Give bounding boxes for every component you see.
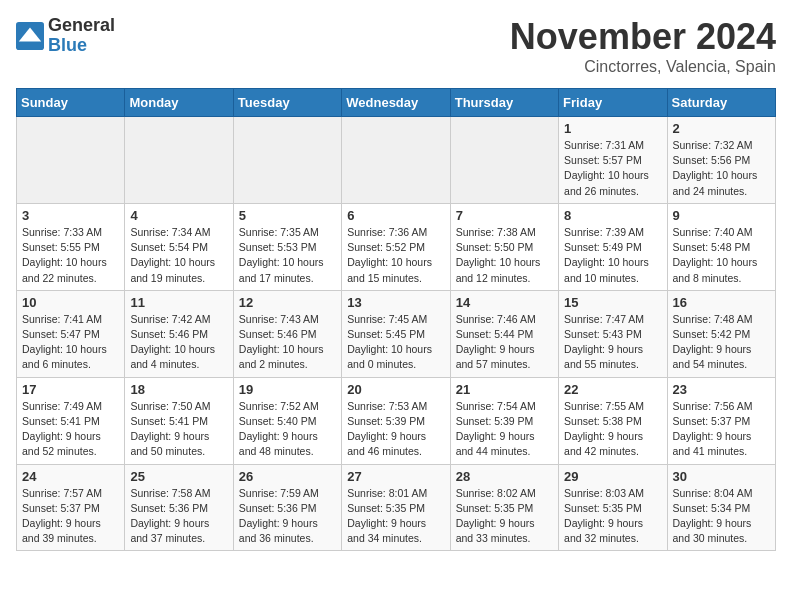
day-number: 13	[347, 295, 444, 310]
calendar-cell: 6Sunrise: 7:36 AM Sunset: 5:52 PM Daylig…	[342, 203, 450, 290]
day-info: Sunrise: 7:53 AM Sunset: 5:39 PM Dayligh…	[347, 399, 444, 460]
day-info: Sunrise: 7:38 AM Sunset: 5:50 PM Dayligh…	[456, 225, 553, 286]
day-header-friday: Friday	[559, 89, 667, 117]
calendar-week-2: 3Sunrise: 7:33 AM Sunset: 5:55 PM Daylig…	[17, 203, 776, 290]
day-number: 23	[673, 382, 770, 397]
day-info: Sunrise: 7:58 AM Sunset: 5:36 PM Dayligh…	[130, 486, 227, 547]
calendar-cell: 2Sunrise: 7:32 AM Sunset: 5:56 PM Daylig…	[667, 117, 775, 204]
day-header-saturday: Saturday	[667, 89, 775, 117]
day-info: Sunrise: 7:35 AM Sunset: 5:53 PM Dayligh…	[239, 225, 336, 286]
day-number: 6	[347, 208, 444, 223]
calendar-cell: 23Sunrise: 7:56 AM Sunset: 5:37 PM Dayli…	[667, 377, 775, 464]
logo-icon	[16, 22, 44, 50]
title-section: November 2024 Cinctorres, Valencia, Spai…	[510, 16, 776, 76]
day-number: 4	[130, 208, 227, 223]
calendar-cell: 18Sunrise: 7:50 AM Sunset: 5:41 PM Dayli…	[125, 377, 233, 464]
calendar-table: SundayMondayTuesdayWednesdayThursdayFrid…	[16, 88, 776, 551]
calendar-cell: 20Sunrise: 7:53 AM Sunset: 5:39 PM Dayli…	[342, 377, 450, 464]
day-info: Sunrise: 7:59 AM Sunset: 5:36 PM Dayligh…	[239, 486, 336, 547]
calendar-cell: 10Sunrise: 7:41 AM Sunset: 5:47 PM Dayli…	[17, 290, 125, 377]
day-header-sunday: Sunday	[17, 89, 125, 117]
calendar-cell: 24Sunrise: 7:57 AM Sunset: 5:37 PM Dayli…	[17, 464, 125, 551]
day-info: Sunrise: 7:45 AM Sunset: 5:45 PM Dayligh…	[347, 312, 444, 373]
day-info: Sunrise: 7:57 AM Sunset: 5:37 PM Dayligh…	[22, 486, 119, 547]
day-info: Sunrise: 7:34 AM Sunset: 5:54 PM Dayligh…	[130, 225, 227, 286]
day-info: Sunrise: 7:42 AM Sunset: 5:46 PM Dayligh…	[130, 312, 227, 373]
calendar-cell: 16Sunrise: 7:48 AM Sunset: 5:42 PM Dayli…	[667, 290, 775, 377]
day-number: 2	[673, 121, 770, 136]
calendar-cell: 27Sunrise: 8:01 AM Sunset: 5:35 PM Dayli…	[342, 464, 450, 551]
day-number: 15	[564, 295, 661, 310]
day-info: Sunrise: 7:48 AM Sunset: 5:42 PM Dayligh…	[673, 312, 770, 373]
day-info: Sunrise: 7:39 AM Sunset: 5:49 PM Dayligh…	[564, 225, 661, 286]
day-info: Sunrise: 7:31 AM Sunset: 5:57 PM Dayligh…	[564, 138, 661, 199]
day-number: 21	[456, 382, 553, 397]
day-info: Sunrise: 7:32 AM Sunset: 5:56 PM Dayligh…	[673, 138, 770, 199]
day-number: 7	[456, 208, 553, 223]
day-info: Sunrise: 7:46 AM Sunset: 5:44 PM Dayligh…	[456, 312, 553, 373]
day-number: 18	[130, 382, 227, 397]
day-number: 10	[22, 295, 119, 310]
calendar-cell: 14Sunrise: 7:46 AM Sunset: 5:44 PM Dayli…	[450, 290, 558, 377]
calendar-cell: 30Sunrise: 8:04 AM Sunset: 5:34 PM Dayli…	[667, 464, 775, 551]
calendar-cell: 8Sunrise: 7:39 AM Sunset: 5:49 PM Daylig…	[559, 203, 667, 290]
day-number: 12	[239, 295, 336, 310]
logo: General Blue	[16, 16, 115, 56]
calendar-cell	[233, 117, 341, 204]
day-info: Sunrise: 8:01 AM Sunset: 5:35 PM Dayligh…	[347, 486, 444, 547]
calendar-cell: 1Sunrise: 7:31 AM Sunset: 5:57 PM Daylig…	[559, 117, 667, 204]
calendar-cell: 22Sunrise: 7:55 AM Sunset: 5:38 PM Dayli…	[559, 377, 667, 464]
day-header-tuesday: Tuesday	[233, 89, 341, 117]
day-info: Sunrise: 7:47 AM Sunset: 5:43 PM Dayligh…	[564, 312, 661, 373]
calendar-cell: 26Sunrise: 7:59 AM Sunset: 5:36 PM Dayli…	[233, 464, 341, 551]
month-title: November 2024	[510, 16, 776, 58]
page-header: General Blue November 2024 Cinctorres, V…	[16, 16, 776, 76]
calendar-cell	[125, 117, 233, 204]
day-number: 29	[564, 469, 661, 484]
day-number: 20	[347, 382, 444, 397]
day-info: Sunrise: 7:56 AM Sunset: 5:37 PM Dayligh…	[673, 399, 770, 460]
day-header-thursday: Thursday	[450, 89, 558, 117]
day-number: 19	[239, 382, 336, 397]
day-number: 9	[673, 208, 770, 223]
day-header-monday: Monday	[125, 89, 233, 117]
calendar-cell: 28Sunrise: 8:02 AM Sunset: 5:35 PM Dayli…	[450, 464, 558, 551]
day-number: 26	[239, 469, 336, 484]
day-info: Sunrise: 7:41 AM Sunset: 5:47 PM Dayligh…	[22, 312, 119, 373]
calendar-cell: 29Sunrise: 8:03 AM Sunset: 5:35 PM Dayli…	[559, 464, 667, 551]
calendar-week-3: 10Sunrise: 7:41 AM Sunset: 5:47 PM Dayli…	[17, 290, 776, 377]
calendar-cell: 7Sunrise: 7:38 AM Sunset: 5:50 PM Daylig…	[450, 203, 558, 290]
day-number: 17	[22, 382, 119, 397]
day-info: Sunrise: 7:40 AM Sunset: 5:48 PM Dayligh…	[673, 225, 770, 286]
day-info: Sunrise: 8:02 AM Sunset: 5:35 PM Dayligh…	[456, 486, 553, 547]
calendar-header-row: SundayMondayTuesdayWednesdayThursdayFrid…	[17, 89, 776, 117]
day-number: 3	[22, 208, 119, 223]
logo-general-text: General	[48, 15, 115, 35]
day-info: Sunrise: 7:55 AM Sunset: 5:38 PM Dayligh…	[564, 399, 661, 460]
calendar-cell: 15Sunrise: 7:47 AM Sunset: 5:43 PM Dayli…	[559, 290, 667, 377]
day-number: 25	[130, 469, 227, 484]
day-number: 24	[22, 469, 119, 484]
day-info: Sunrise: 7:49 AM Sunset: 5:41 PM Dayligh…	[22, 399, 119, 460]
day-info: Sunrise: 7:54 AM Sunset: 5:39 PM Dayligh…	[456, 399, 553, 460]
location-subtitle: Cinctorres, Valencia, Spain	[510, 58, 776, 76]
calendar-cell: 11Sunrise: 7:42 AM Sunset: 5:46 PM Dayli…	[125, 290, 233, 377]
day-info: Sunrise: 7:50 AM Sunset: 5:41 PM Dayligh…	[130, 399, 227, 460]
calendar-cell: 12Sunrise: 7:43 AM Sunset: 5:46 PM Dayli…	[233, 290, 341, 377]
calendar-cell	[17, 117, 125, 204]
calendar-cell	[450, 117, 558, 204]
day-number: 16	[673, 295, 770, 310]
day-header-wednesday: Wednesday	[342, 89, 450, 117]
calendar-cell: 21Sunrise: 7:54 AM Sunset: 5:39 PM Dayli…	[450, 377, 558, 464]
calendar-cell: 17Sunrise: 7:49 AM Sunset: 5:41 PM Dayli…	[17, 377, 125, 464]
calendar-cell: 5Sunrise: 7:35 AM Sunset: 5:53 PM Daylig…	[233, 203, 341, 290]
day-number: 22	[564, 382, 661, 397]
day-info: Sunrise: 8:04 AM Sunset: 5:34 PM Dayligh…	[673, 486, 770, 547]
calendar-cell: 19Sunrise: 7:52 AM Sunset: 5:40 PM Dayli…	[233, 377, 341, 464]
calendar-cell	[342, 117, 450, 204]
calendar-cell: 3Sunrise: 7:33 AM Sunset: 5:55 PM Daylig…	[17, 203, 125, 290]
day-number: 14	[456, 295, 553, 310]
day-info: Sunrise: 7:33 AM Sunset: 5:55 PM Dayligh…	[22, 225, 119, 286]
day-number: 30	[673, 469, 770, 484]
day-number: 11	[130, 295, 227, 310]
